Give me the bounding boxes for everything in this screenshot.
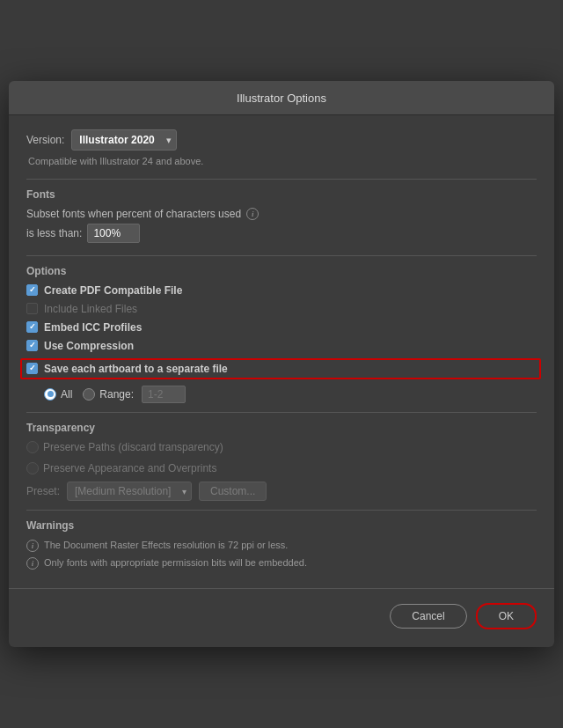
radio-all[interactable] bbox=[44, 388, 56, 401]
include-linked-label[interactable]: Include Linked Files bbox=[44, 303, 137, 315]
warning-item-1: i The Document Raster Effects resolution… bbox=[26, 539, 537, 552]
warning-item-2: i Only fonts with appropriate permission… bbox=[26, 556, 537, 570]
subset-label: Subset fonts when percent of characters … bbox=[26, 208, 241, 220]
preserve-appearance-item: Preserve Appearance and Overprints bbox=[26, 462, 537, 474]
version-row: Version: Illustrator 2020 bbox=[26, 129, 537, 151]
radio-all-item: All bbox=[44, 388, 72, 401]
warning-text-2: Only fonts with appropriate permission b… bbox=[44, 556, 307, 570]
options-section-label: Options bbox=[26, 265, 537, 277]
use-compression-label[interactable]: Use Compression bbox=[44, 340, 134, 352]
embed-icc-label[interactable]: Embed ICC Profiles bbox=[44, 321, 142, 334]
radio-range-item: Range: bbox=[83, 386, 186, 403]
preserve-appearance-label[interactable]: Preserve Appearance and Overprints bbox=[43, 462, 216, 474]
save-artboard-label[interactable]: Save each artboard to a separate file bbox=[44, 363, 228, 375]
warnings-section-label: Warnings bbox=[26, 519, 537, 532]
warning-text-1: The Document Raster Effects resolution i… bbox=[44, 539, 288, 552]
preserve-paths-label[interactable]: Preserve Paths (discard transparency) bbox=[43, 441, 223, 453]
preset-select[interactable]: [Medium Resolution] bbox=[67, 482, 192, 501]
version-section: Version: Illustrator 2020 Compatible wit… bbox=[26, 129, 537, 166]
preserve-appearance-radio[interactable] bbox=[26, 462, 39, 474]
divider-4 bbox=[26, 510, 537, 511]
create-pdf-row: Create PDF Compatible File bbox=[26, 284, 537, 297]
info-icon: i bbox=[246, 208, 259, 220]
warning-icon-1: i bbox=[26, 540, 39, 552]
version-label: Version: bbox=[26, 134, 64, 146]
preserve-paths-radio[interactable] bbox=[26, 441, 39, 453]
transparency-section-label: Transparency bbox=[26, 422, 537, 434]
warnings-section: Warnings i The Document Raster Effects r… bbox=[26, 519, 537, 570]
divider-3 bbox=[26, 412, 537, 413]
subset-row-top: Subset fonts when percent of characters … bbox=[26, 208, 537, 220]
compat-text: Compatible with Illustrator 24 and above… bbox=[28, 156, 537, 166]
create-pdf-checkbox[interactable] bbox=[26, 284, 38, 296]
dialog-title: Illustrator Options bbox=[237, 92, 326, 105]
embed-icc-checkbox[interactable] bbox=[26, 321, 38, 333]
radio-range[interactable] bbox=[83, 388, 95, 401]
dialog-footer: Cancel OK bbox=[9, 588, 554, 647]
subset-label2: is less than: bbox=[26, 227, 82, 239]
use-compression-row: Use Compression bbox=[26, 340, 537, 352]
dialog-body: Version: Illustrator 2020 Compatible wit… bbox=[9, 115, 554, 589]
fonts-section: Fonts Subset fonts when percent of chara… bbox=[26, 188, 537, 243]
version-select-wrapper[interactable]: Illustrator 2020 bbox=[71, 129, 177, 151]
version-select[interactable]: Illustrator 2020 bbox=[71, 129, 177, 151]
preset-row: Preset: [Medium Resolution] Custom... bbox=[26, 482, 537, 501]
custom-button[interactable]: Custom... bbox=[199, 482, 267, 501]
use-compression-checkbox[interactable] bbox=[26, 340, 38, 351]
create-pdf-label[interactable]: Create PDF Compatible File bbox=[44, 284, 182, 297]
radio-range-label[interactable]: Range: bbox=[99, 388, 134, 401]
options-section: Options Create PDF Compatible File Inclu… bbox=[26, 265, 537, 403]
warning-icon-2: i bbox=[26, 557, 39, 570]
preserve-paths-item: Preserve Paths (discard transparency) bbox=[26, 441, 537, 453]
preset-label: Preset: bbox=[26, 485, 60, 497]
include-linked-row: Include Linked Files bbox=[26, 303, 537, 315]
divider-2 bbox=[26, 255, 537, 256]
radio-all-label[interactable]: All bbox=[61, 388, 72, 401]
illustrator-options-dialog: Illustrator Options Version: Illustrator… bbox=[9, 81, 554, 648]
embed-icc-row: Embed ICC Profiles bbox=[26, 321, 537, 334]
save-artboard-row: Save each artboard to a separate file bbox=[20, 358, 541, 379]
ok-button[interactable]: OK bbox=[476, 603, 537, 629]
transparency-radio-group: Preserve Paths (discard transparency) Pr… bbox=[26, 441, 537, 474]
percent-input[interactable] bbox=[87, 224, 140, 243]
artboard-radio-row: All Range: bbox=[44, 386, 537, 403]
divider-1 bbox=[26, 179, 537, 180]
dialog-titlebar: Illustrator Options bbox=[9, 81, 554, 115]
transparency-section: Transparency Preserve Paths (discard tra… bbox=[26, 422, 537, 501]
include-linked-checkbox[interactable] bbox=[26, 303, 38, 314]
preset-select-wrapper[interactable]: [Medium Resolution] bbox=[67, 482, 192, 501]
cancel-button[interactable]: Cancel bbox=[390, 604, 466, 629]
range-input[interactable] bbox=[142, 386, 186, 403]
subset-row-bottom: is less than: bbox=[26, 224, 537, 243]
fonts-section-label: Fonts bbox=[26, 188, 537, 201]
save-artboard-checkbox[interactable] bbox=[26, 363, 38, 374]
